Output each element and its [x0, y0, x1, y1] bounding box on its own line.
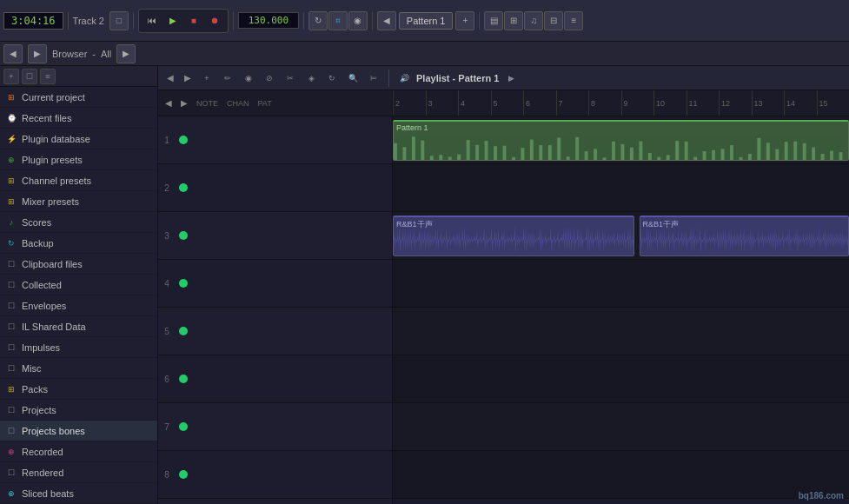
sidebar-item-recorded[interactable]: ⊕ Recorded — [0, 441, 157, 462]
bpm-display[interactable]: 130.000 — [238, 12, 299, 29]
sliced-beats-icon: ⊕ — [5, 487, 17, 500]
track-header-7: 7 — [158, 403, 392, 451]
svg-rect-40 — [757, 138, 760, 160]
track-num-7: 7 — [158, 422, 176, 432]
track-active-dot-3[interactable] — [179, 231, 188, 240]
sidebar-item-recent-files[interactable]: ⌚ Recent files — [0, 108, 157, 129]
sidebar-item-current-project[interactable]: ⊞ Current project — [0, 87, 157, 108]
ruler-mark-6: 6 — [523, 90, 556, 116]
record-btn[interactable]: ⏺ — [205, 11, 224, 30]
channel-btn[interactable]: ⊞ — [504, 11, 523, 30]
sidebar-item-projects[interactable]: ☐ Projects — [0, 400, 157, 421]
svg-rect-13 — [512, 157, 515, 160]
track-expand-btn[interactable]: □ — [109, 11, 129, 30]
stop-btn[interactable]: ■ — [184, 11, 203, 30]
pl-select-btn[interactable]: + — [198, 70, 216, 87]
svg-rect-32 — [685, 142, 688, 160]
rewind-btn[interactable]: ⏮ — [143, 11, 162, 30]
browser-label: Browser — [52, 49, 87, 59]
misc-icon: ☐ — [5, 362, 17, 375]
sidebar-item-plugin-database[interactable]: ⚡ Plugin database — [0, 129, 157, 149]
svg-rect-37 — [730, 145, 733, 160]
channel-presets-label: Channel presets — [22, 176, 91, 186]
sidebar-item-channel-presets[interactable]: ⊞ Channel presets — [0, 170, 157, 191]
svg-rect-1 — [402, 147, 406, 160]
fx-btn[interactable]: ◉ — [348, 11, 368, 30]
sidebar-item-scores[interactable]: ♪ Scores — [0, 212, 157, 233]
mixer-btn[interactable]: ▤ — [484, 11, 503, 30]
settings-btn[interactable]: ≡ — [40, 69, 56, 84]
sidebar-item-sliced-beats[interactable]: ⊕ Sliced beats — [0, 483, 157, 504]
track-active-dot-6[interactable] — [179, 375, 188, 383]
svg-rect-4 — [430, 156, 434, 160]
track-controls-6 — [176, 375, 191, 383]
tracks-content: Pattern 1R&B1干声R&B1干声 — [393, 116, 849, 504]
svg-rect-16 — [539, 145, 542, 160]
pattern-next[interactable]: + — [455, 11, 474, 30]
svg-rect-10 — [485, 141, 488, 160]
sidebar: + ☐ ≡ ⊞ Current project ⌚ Recent files ⚡… — [0, 66, 158, 504]
clip-0[interactable]: Pattern 1 — [393, 120, 849, 161]
collected-label: Collected — [22, 280, 62, 290]
scroll-left-btn[interactable]: ◀ — [162, 96, 176, 110]
clipboard-files-label: Clipboard files — [22, 259, 83, 269]
sidebar-item-rendered[interactable]: ☐ Rendered — [0, 462, 157, 483]
sidebar-item-clipboard-files[interactable]: ☐ Clipboard files — [0, 254, 157, 275]
pl-zoom-btn[interactable]: 🔍 — [344, 70, 361, 87]
pl-audio-btn[interactable]: 🔊 — [395, 70, 413, 87]
pattern-label[interactable]: Pattern 1 — [399, 12, 454, 30]
track-active-dot-7[interactable] — [179, 422, 188, 431]
clip-1[interactable]: R&B1干声 — [393, 216, 634, 256]
track-header-6: 6 — [158, 355, 392, 403]
pl-cut-btn[interactable]: ✂ — [282, 70, 299, 87]
sidebar-item-mixer-presets[interactable]: ⊞ Mixer presets — [0, 191, 157, 212]
forward-btn[interactable]: ▶ — [28, 44, 47, 63]
pl-repeat-btn[interactable]: ↻ — [323, 70, 341, 87]
link-btn[interactable]: ⌗ — [328, 11, 348, 30]
step-btn[interactable]: ⊟ — [544, 11, 563, 30]
sidebar-item-impulses[interactable]: ☐ Impulses — [0, 337, 157, 358]
pl-erase-btn[interactable]: ⊘ — [261, 70, 278, 87]
add-folder-btn[interactable]: + — [3, 69, 19, 84]
svg-rect-43 — [785, 142, 788, 160]
sidebar-item-backup[interactable]: ↻ Backup — [0, 233, 157, 254]
sidebar-item-packs[interactable]: ⊞ Packs — [0, 379, 157, 400]
back-btn[interactable]: ◀ — [3, 44, 23, 63]
track-active-dot-5[interactable] — [179, 327, 188, 335]
sidebar-item-projects-bones[interactable]: ☐ Projects bones — [0, 421, 157, 441]
track-active-dot-8[interactable] — [179, 470, 188, 479]
svg-rect-11 — [494, 146, 497, 160]
svg-rect-26 — [630, 148, 633, 160]
pl-mute-btn[interactable]: ◈ — [302, 70, 320, 87]
track-lane-6 — [393, 355, 849, 403]
plugin-btn[interactable]: ≡ — [564, 11, 583, 30]
folder-btn[interactable]: ☐ — [22, 69, 37, 84]
pl-nav-right[interactable]: ▶ — [181, 71, 195, 85]
scroll-right-btn[interactable]: ▶ — [177, 96, 191, 110]
piano-btn[interactable]: ♫ — [524, 11, 543, 30]
sidebar-item-collected[interactable]: ☐ Collected — [0, 275, 157, 295]
pattern-section: ◀ Pattern 1 + — [377, 11, 475, 30]
browser-expand[interactable]: ▶ — [116, 44, 136, 63]
sidebar-item-misc[interactable]: ☐ Misc — [0, 358, 157, 379]
sidebar-item-il-shared-data[interactable]: ☐ IL Shared Data — [0, 316, 157, 337]
play-btn[interactable]: ▶ — [163, 11, 182, 30]
pl-nav-left[interactable]: ◀ — [163, 71, 177, 85]
time-display: 3:04:16 — [3, 12, 63, 30]
track-lane-7 — [393, 403, 849, 451]
pl-fit-btn[interactable]: ⊨ — [365, 70, 382, 87]
sidebar-item-plugin-presets[interactable]: ⊕ Plugin presets — [0, 149, 157, 170]
playlist-area: ◀ ▶ + ✏ ◉ ⊘ ✂ ◈ ↻ 🔍 ⊨ 🔊 Playlist - Patte… — [158, 66, 849, 504]
track-active-dot-4[interactable] — [179, 279, 188, 288]
pattern-prev[interactable]: ◀ — [377, 11, 396, 30]
clip-2[interactable]: R&B1干声 — [640, 216, 850, 256]
plugin-database-icon: ⚡ — [5, 133, 17, 145]
pl-pencil-btn[interactable]: ✏ — [219, 70, 236, 87]
track-active-dot-1[interactable] — [179, 136, 188, 144]
track-active-dot-2[interactable] — [179, 183, 188, 192]
pl-expand-btn[interactable]: ▶ — [502, 70, 520, 87]
track-header-8: 8 — [158, 451, 392, 499]
loop-btn[interactable]: ↻ — [308, 11, 328, 30]
sidebar-item-envelopes[interactable]: ☐ Envelopes — [0, 295, 157, 316]
pl-brush-btn[interactable]: ◉ — [240, 70, 257, 87]
